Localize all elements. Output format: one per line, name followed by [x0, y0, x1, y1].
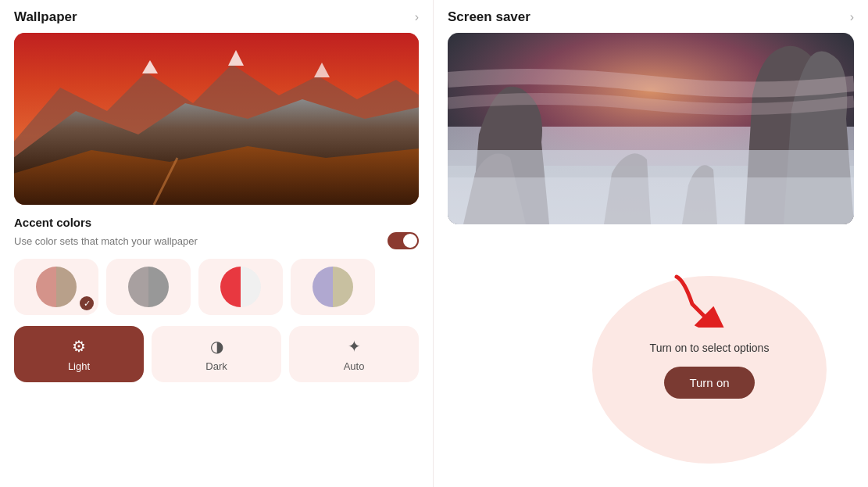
auto-icon: ✦ — [348, 337, 361, 356]
light-icon: ⚙ — [72, 337, 86, 356]
swatch-check-1: ✓ — [80, 296, 94, 310]
right-panel: Screen saver › — [434, 0, 868, 487]
turn-on-button[interactable]: Turn on — [664, 367, 754, 399]
swatch-right-3 — [241, 267, 261, 307]
accent-subtitle: Use color sets that match your wallpaper — [14, 235, 198, 247]
dark-theme-button[interactable]: ◑ Dark — [152, 326, 281, 382]
auto-label: Auto — [344, 360, 365, 372]
dark-icon: ◑ — [210, 337, 223, 356]
swatch-right-4 — [333, 267, 353, 307]
accent-subtitle-row: Use color sets that match your wallpaper — [14, 232, 419, 249]
screensaver-chevron-icon[interactable]: › — [850, 10, 854, 24]
swatch-left-3 — [220, 267, 241, 307]
light-theme-button[interactable]: ⚙ Light — [14, 326, 144, 382]
swatch-circle-1 — [36, 267, 77, 307]
screensaver-image — [448, 33, 854, 224]
wallpaper-image — [14, 33, 419, 205]
theme-buttons: ⚙ Light ◑ Dark ✦ Auto — [14, 326, 419, 382]
swatch-left-2 — [128, 267, 148, 307]
tooltip-text: Turn on to select options — [650, 341, 770, 356]
toggle-knob — [403, 234, 417, 248]
accent-title: Accent colors — [14, 216, 419, 229]
wallpaper-preview[interactable] — [14, 33, 419, 205]
screensaver-preview[interactable] — [448, 33, 854, 224]
left-panel: Wallpaper › — [0, 0, 434, 487]
svg-rect-14 — [448, 177, 854, 224]
accent-colors-section: Accent colors Use color sets that match … — [14, 216, 419, 315]
swatch-left-4 — [313, 267, 333, 307]
swatch-1[interactable]: ✓ — [14, 259, 98, 315]
swatch-4[interactable] — [291, 259, 375, 315]
tooltip-bubble: Turn on to select options Turn on — [592, 276, 827, 464]
accent-toggle[interactable] — [388, 232, 419, 249]
wallpaper-chevron-icon[interactable]: › — [415, 10, 419, 24]
swatch-3[interactable] — [198, 259, 283, 315]
swatch-circle-2 — [128, 267, 169, 307]
swatch-circle-3 — [220, 267, 261, 307]
color-swatches: ✓ — [14, 259, 419, 315]
swatch-right-1 — [56, 267, 77, 307]
swatch-circle-4 — [313, 267, 353, 307]
swatch-left-1 — [36, 267, 56, 307]
dark-label: Dark — [205, 360, 227, 372]
wallpaper-section-header: Wallpaper › — [14, 9, 419, 25]
light-label: Light — [68, 360, 90, 372]
screensaver-title: Screen saver — [448, 9, 530, 25]
swatch-2[interactable] — [106, 259, 191, 315]
auto-theme-button[interactable]: ✦ Auto — [289, 326, 419, 382]
screensaver-section-header: Screen saver › — [448, 9, 854, 25]
wallpaper-title: Wallpaper — [14, 9, 77, 25]
swatch-right-2 — [148, 267, 169, 307]
